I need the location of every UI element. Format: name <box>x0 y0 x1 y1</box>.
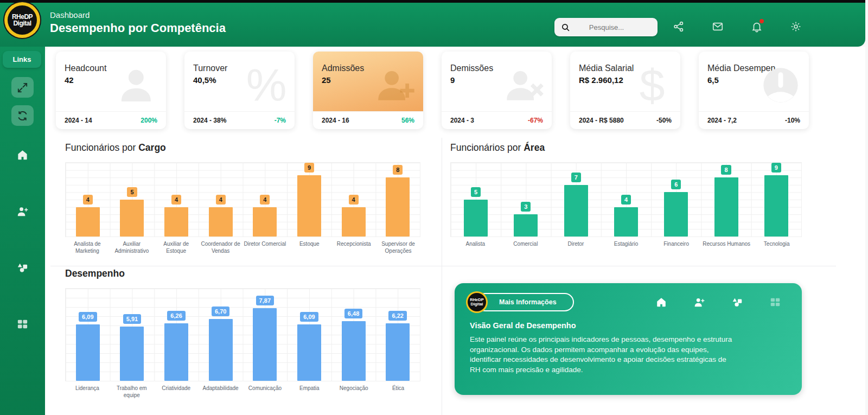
chart-column: 4 <box>154 163 199 237</box>
bar-value-label: 4 <box>621 195 631 205</box>
x-tick-label: Recursos Humanos <box>701 240 752 247</box>
person-add-icon[interactable] <box>0 205 45 218</box>
settings-gear-icon[interactable] <box>790 21 802 33</box>
kpi-previous-value: 2024 - 16 <box>322 117 349 124</box>
bar-Criatividade[interactable] <box>164 323 188 381</box>
bar-Comercial[interactable] <box>514 214 538 237</box>
bar-Auxiliar de Estoque[interactable] <box>164 207 188 237</box>
bar-Liderança[interactable] <box>76 324 100 381</box>
percent-icon: % <box>244 61 289 109</box>
share-icon[interactable] <box>673 21 685 33</box>
bar-value-label: 8 <box>393 165 403 175</box>
bar-Estagiário[interactable] <box>614 207 638 237</box>
kpi-delta-badge: -50% <box>656 117 672 124</box>
x-tick-label: Financeiro <box>651 240 701 247</box>
bar-Supervisor de Operações[interactable] <box>386 177 410 237</box>
notifications-bell-icon[interactable] <box>751 21 763 33</box>
bar-Diretor[interactable] <box>564 185 588 237</box>
kpi-card-0[interactable]: Headcount422024 - 14200% <box>56 52 166 129</box>
chart-funcionarios-por-cargo: Funcionários por Cargo45444948Analista d… <box>65 142 420 254</box>
bar-value-label: 4 <box>260 195 270 205</box>
kpi-previous-value: 2024 - 7,2 <box>707 117 737 124</box>
home-icon[interactable] <box>0 149 45 161</box>
dashboard-grid-icon[interactable] <box>0 318 45 330</box>
logo-text-line2: Digital <box>13 20 31 27</box>
mail-icon[interactable] <box>712 21 724 33</box>
bar-Diretor Comercial[interactable] <box>253 207 277 237</box>
kpi-card-3[interactable]: Demissões92024 - 3-67% <box>442 52 552 129</box>
bar-Tecnologia[interactable] <box>764 175 788 237</box>
bar-Recepcionista[interactable] <box>342 207 366 237</box>
search-box[interactable] <box>554 18 658 36</box>
x-tick-label: Recepcionista <box>331 240 376 254</box>
chart-column: 9 <box>287 163 331 237</box>
chart-column: 4 <box>66 163 110 237</box>
bar-value-label: 4 <box>216 195 226 205</box>
kpi-delta-badge: 56% <box>401 117 414 124</box>
bar-Comunicação[interactable] <box>253 308 277 381</box>
home-icon[interactable] <box>655 296 667 308</box>
bar-Recursos Humanos[interactable] <box>714 177 738 237</box>
app-logo[interactable]: RHeDP Digital <box>8 5 37 35</box>
x-tick-label: Adaptabilidade <box>199 385 243 399</box>
bar-value-label: 6 <box>671 180 681 189</box>
x-tick-label: Tecnologia <box>751 240 802 247</box>
bar-Analista[interactable] <box>464 200 488 237</box>
search-icon <box>561 23 570 32</box>
bar-value-label: 3 <box>521 202 531 212</box>
sidebar-links-button[interactable]: Links <box>3 51 41 68</box>
bar-Auxiliar Administrativo[interactable] <box>120 200 144 237</box>
bar-Empatia[interactable] <box>297 324 321 381</box>
bar-Estoque[interactable] <box>297 175 321 237</box>
refresh-icon[interactable] <box>11 105 34 126</box>
bar-value-label: 4 <box>349 195 359 205</box>
info-logo-text2: Digital <box>471 302 483 307</box>
bar-value-label: 5 <box>127 187 137 197</box>
dashboard-grid-icon[interactable] <box>769 296 781 308</box>
kpi-title: Turnover <box>193 63 227 73</box>
kpi-previous-value: 2024 - 3 <box>450 117 474 124</box>
chart-title: Funcionários por Área <box>450 142 802 154</box>
kpi-value: R$ 2.960,12 <box>579 75 623 85</box>
bar-Analista de Marketing[interactable] <box>76 207 100 237</box>
bar-Financeiro[interactable] <box>664 192 688 237</box>
kpi-title: Headcount <box>65 63 106 73</box>
person-add-icon[interactable] <box>693 296 705 308</box>
bar-value-label: 9 <box>771 163 781 173</box>
kpi-card-1[interactable]: Turnover40,5%%2024 - 38%-7% <box>184 52 295 129</box>
kpi-previous-value: 2024 - 14 <box>65 117 92 124</box>
mais-informacoes-button[interactable]: Mais Informações <box>476 293 574 311</box>
chart-x-axis: Analista de MarketingAuxiliar Administra… <box>65 240 420 254</box>
bar-value-label: 5 <box>471 187 481 197</box>
bar-value-label: 6,26 <box>167 311 185 321</box>
chart-column: 5,91 <box>110 289 155 381</box>
x-tick-label: Coordenador de Vendas <box>199 240 243 254</box>
kpi-delta-badge: -67% <box>528 117 543 124</box>
bar-Trabalho em equipe[interactable] <box>120 327 144 381</box>
bar-Coordenador de Vendas[interactable] <box>209 207 233 237</box>
shapes-icon[interactable] <box>0 261 45 274</box>
person-icon <box>115 61 161 109</box>
x-tick-label: Empatia <box>287 385 331 399</box>
x-tick-label: Supervisor de Operações <box>376 240 420 254</box>
bar-Ética[interactable] <box>386 323 410 381</box>
chart-title: Desempenho <box>65 268 420 279</box>
kpi-title: Demissões <box>450 63 493 73</box>
chart-column: 6,48 <box>331 289 376 381</box>
expand-icon[interactable] <box>11 77 34 98</box>
shapes-icon[interactable] <box>731 296 743 308</box>
info-card: RHeDP Digital Mais Informações Visão Ger… <box>455 283 802 395</box>
search-input[interactable] <box>570 23 643 32</box>
kpi-value: 6,5 <box>707 75 719 85</box>
bar-Negociação[interactable] <box>342 321 366 381</box>
header-bar: Dashboard Desempenho por Competência <box>0 0 865 47</box>
bar-value-label: 9 <box>304 163 314 173</box>
bar-value-label: 6,09 <box>79 312 97 322</box>
kpi-card-4[interactable]: Média SalarialR$ 2.960,12$2024 - R$ 5880… <box>570 52 680 129</box>
kpi-card-2[interactable]: Admissões252024 - 1656% <box>313 52 423 129</box>
bar-value-label: 6,70 <box>212 307 229 316</box>
gauge-icon <box>758 61 803 109</box>
bar-Adaptabilidade[interactable] <box>209 319 233 381</box>
info-card-body-text: Este painel reúne os principais indicado… <box>470 335 733 375</box>
kpi-card-5[interactable]: Média Desempen.6,52024 - 7,2-10% <box>699 52 809 129</box>
